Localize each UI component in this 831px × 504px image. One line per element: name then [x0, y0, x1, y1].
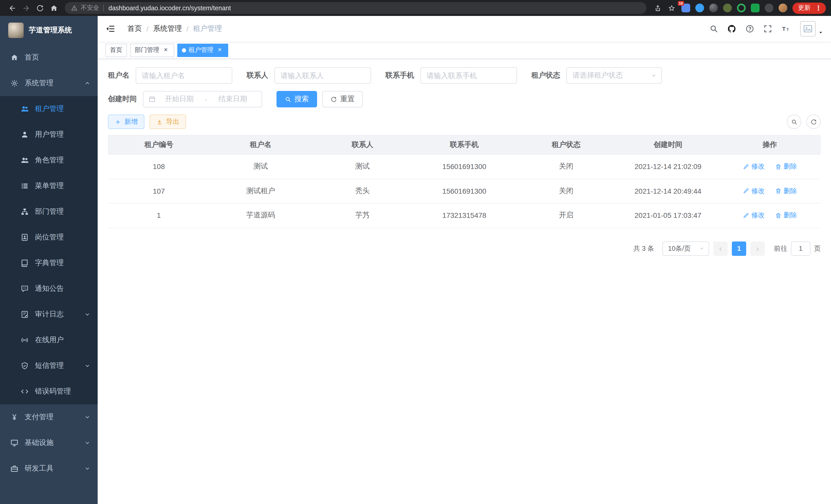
- chevron-down-icon: [84, 414, 90, 420]
- browser-forward-icon[interactable]: [19, 1, 33, 15]
- sidebar-item-user[interactable]: 用户管理: [0, 122, 98, 147]
- date-start-placeholder: 开始日期: [156, 94, 203, 104]
- browser-back-icon[interactable]: [5, 1, 19, 15]
- sidebar-item-tenant[interactable]: 租户管理: [0, 96, 98, 122]
- export-button[interactable]: 导出: [149, 115, 186, 129]
- sidebar-item-role[interactable]: 角色管理: [0, 147, 98, 173]
- edit-link[interactable]: 修改: [743, 186, 765, 196]
- code-icon: [21, 387, 29, 395]
- chevron-down-icon: [699, 245, 705, 251]
- sidebar-item-sms[interactable]: 短信管理: [0, 353, 98, 379]
- extension-badge: 10: [678, 1, 684, 6]
- sidebar-menu: 首页 系统管理 租户管理 用户管理: [0, 45, 98, 504]
- tenant-name-input[interactable]: [136, 67, 232, 84]
- sidebar-logo[interactable]: 芋道管理系统: [0, 16, 98, 45]
- status-select[interactable]: 请选择租户状态: [566, 67, 662, 84]
- extension-icon-3[interactable]: [709, 4, 718, 12]
- filter-phone: 联系手机: [385, 67, 517, 84]
- url-text: dashboard.yudao.iocoder.cn/system/tenant: [109, 4, 231, 11]
- delete-link[interactable]: 删除: [775, 162, 797, 171]
- sidebar-item-dev-tools[interactable]: 研发工具: [0, 456, 98, 481]
- col-actions: 操作: [719, 136, 821, 154]
- tab-dept[interactable]: 部门管理 ×: [130, 43, 174, 57]
- update-label: 更新: [798, 4, 810, 12]
- goto-page-input[interactable]: [791, 241, 810, 256]
- close-icon[interactable]: ×: [216, 46, 224, 54]
- trash-icon: [775, 187, 782, 194]
- extension-icon-1[interactable]: 10: [682, 4, 690, 12]
- sidebar: 芋道管理系统 首页 系统管理 租户管理: [0, 16, 98, 504]
- filter-contact: 联系人: [247, 67, 371, 84]
- caret-down-icon: [818, 29, 824, 35]
- status-text: 关闭: [515, 154, 617, 179]
- search-button[interactable]: 搜索: [277, 91, 317, 108]
- fullscreen-icon[interactable]: [759, 20, 776, 37]
- refresh-table-button[interactable]: [806, 115, 821, 129]
- sidebar-item-system[interactable]: 系统管理: [0, 70, 98, 96]
- breadcrumb-home[interactable]: 首页: [127, 24, 142, 33]
- browser-profile-avatar[interactable]: [779, 4, 787, 12]
- sidebar-item-payment[interactable]: 支付管理: [0, 404, 98, 430]
- prev-page-button[interactable]: ‹: [713, 241, 728, 256]
- reset-button[interactable]: 重置: [322, 91, 363, 108]
- help-icon[interactable]: [741, 20, 758, 37]
- sidebar-toggle-icon[interactable]: [98, 16, 123, 41]
- sidebar-item-post[interactable]: 岗位管理: [0, 225, 98, 250]
- sidebar-item-error-code[interactable]: 错误码管理: [0, 379, 98, 404]
- table-toolbar: 新增 导出: [108, 115, 821, 129]
- tab-home[interactable]: 首页: [105, 43, 127, 57]
- address-bar[interactable]: 不安全 dashboard.yudao.iocoder.cn/system/te…: [65, 2, 647, 14]
- date-range-picker[interactable]: 开始日期 - 结束日期: [143, 91, 262, 108]
- filter-row-2: 创建时间 开始日期 - 结束日期 搜索 重置: [108, 91, 821, 108]
- user-avatar-menu[interactable]: [800, 21, 824, 36]
- divider: [103, 5, 104, 11]
- page-number-button[interactable]: 1: [732, 241, 746, 256]
- sidebar-item-dept[interactable]: 部门管理: [0, 199, 98, 225]
- extension-icon-6[interactable]: [751, 4, 760, 12]
- sidebar-item-dict[interactable]: 字典管理: [0, 250, 98, 276]
- chevron-down-icon: [84, 466, 90, 472]
- close-icon[interactable]: ×: [162, 46, 170, 54]
- delete-link[interactable]: 删除: [775, 211, 797, 220]
- contact-input[interactable]: [275, 67, 371, 84]
- extension-icon-5[interactable]: [737, 4, 746, 12]
- tab-tenant[interactable]: 租户管理 ×: [177, 43, 228, 57]
- share-icon[interactable]: [651, 1, 664, 15]
- github-icon[interactable]: [723, 20, 740, 37]
- sidebar-item-online-user[interactable]: 在线用户: [0, 327, 98, 353]
- user-icon: [21, 130, 29, 139]
- chevron-down-icon: [84, 440, 90, 446]
- browser-home-icon[interactable]: [47, 1, 61, 15]
- add-button[interactable]: 新增: [108, 115, 144, 129]
- logo-image: [8, 23, 24, 38]
- sidebar-item-menu[interactable]: 菜单管理: [0, 173, 98, 199]
- next-page-button[interactable]: ›: [750, 241, 765, 256]
- page-size-select[interactable]: 10条/页: [662, 241, 709, 256]
- font-size-icon[interactable]: [777, 20, 794, 37]
- browser-reload-icon[interactable]: [33, 1, 47, 15]
- hide-search-button[interactable]: [787, 115, 801, 129]
- delete-link[interactable]: 删除: [775, 186, 797, 196]
- phone-input[interactable]: [420, 67, 517, 84]
- extension-icon-7[interactable]: [765, 4, 773, 12]
- update-button[interactable]: 更新 ⋮: [793, 2, 826, 13]
- edit-link[interactable]: 修改: [743, 162, 765, 171]
- sidebar-item-audit-log[interactable]: 审计日志: [0, 302, 98, 327]
- extension-icon-4[interactable]: [723, 4, 732, 12]
- edit-link[interactable]: 修改: [743, 211, 765, 220]
- header-search-icon[interactable]: [705, 20, 722, 37]
- extension-icon-2[interactable]: [695, 4, 704, 12]
- sidebar-item-infrastructure[interactable]: 基础设施: [0, 430, 98, 456]
- tags-view-bar: 首页 部门管理 × 租户管理 ×: [98, 41, 831, 59]
- system-submenu: 租户管理 用户管理 角色管理 菜单管理: [0, 96, 98, 404]
- browser-menu-icon[interactable]: ⋮: [813, 4, 824, 12]
- breadcrumb-system[interactable]: 系统管理: [153, 24, 182, 33]
- avatar: [800, 21, 815, 36]
- sidebar-item-dashboard[interactable]: 首页: [0, 45, 98, 70]
- filter-status: 租户状态 请选择租户状态: [532, 67, 662, 84]
- breadcrumb-separator: /: [146, 25, 148, 33]
- sidebar-item-notice[interactable]: 通知公告: [0, 276, 98, 302]
- page-content: 租户名 联系人 联系手机 租户状态 请选择租户状态: [98, 59, 831, 504]
- bookmark-star-icon[interactable]: [664, 1, 678, 15]
- contact-label: 联系人: [247, 71, 268, 80]
